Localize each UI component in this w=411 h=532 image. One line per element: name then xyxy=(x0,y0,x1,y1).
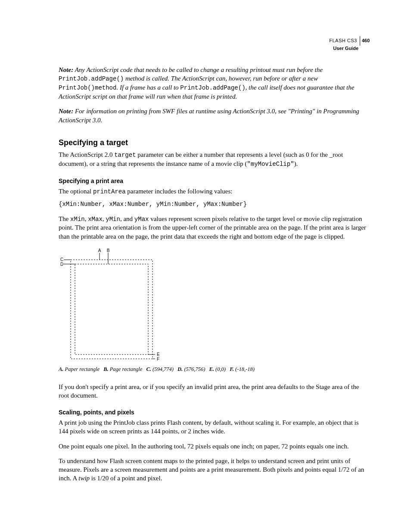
paragraph: A print job using the PrintJob class pri… xyxy=(59,418,370,436)
text: The xyxy=(59,215,70,222)
note-text: method is called. The ActionScript can, … xyxy=(124,75,318,82)
svg-rect-0 xyxy=(71,260,153,359)
diagram-label-e: E xyxy=(157,352,160,357)
paragraph: To understand how Flash screen content m… xyxy=(59,457,370,483)
paragraph: The xMin, xMax, yMin, and yMax values re… xyxy=(59,215,370,241)
paragraph: The ActionScript 2.0 target parameter ca… xyxy=(59,150,370,168)
legend-text: (0,0) xyxy=(215,366,226,372)
inline-code: PrintJob.addPage() xyxy=(59,75,124,82)
legend-label: B. xyxy=(103,366,108,372)
diagram-label-c: C xyxy=(60,257,63,262)
inline-code: target xyxy=(114,152,136,159)
inline-code: PrintJob()method xyxy=(59,84,116,91)
product-name: FLASH CS3 xyxy=(329,38,357,44)
diagram-label-b: B xyxy=(107,248,110,253)
code-block: {xMin:Number, xMax:Number, yMin:Number, … xyxy=(59,200,370,208)
diagram-legend: A. Paper rectangle B. Page rectangle C. … xyxy=(59,366,370,373)
guide-label: User Guide xyxy=(329,46,358,51)
heading-scaling-points-pixels: Scaling, points, and pixels xyxy=(59,408,370,417)
note-text: For information on printing from SWF fil… xyxy=(59,108,359,123)
page: FLASH CS3 460 User Guide Note: Any Actio… xyxy=(0,0,411,532)
heading-specifying-target: Specifying a target xyxy=(59,137,370,148)
page-header: FLASH CS3 460 User Guide xyxy=(329,36,370,51)
inline-code: yMax xyxy=(134,216,149,223)
page-number: 460 xyxy=(362,38,370,44)
inline-code: xMin xyxy=(70,216,85,223)
diagram-label-d: D xyxy=(60,262,63,267)
heading-specifying-print-area: Specifying a print area xyxy=(59,177,370,185)
legend-label: E. xyxy=(209,366,214,372)
text: is 1/20 of a point and pixel. xyxy=(90,475,162,482)
note-text: . If a frame has a call to xyxy=(116,84,180,91)
inline-code: PrintJob.addPage() xyxy=(180,84,245,91)
print-area-diagram: A B C D E F xyxy=(59,247,370,363)
legend-text: Page rectangle xyxy=(110,366,143,372)
diagram-label-a: A xyxy=(98,248,101,253)
text: The ActionScript 2.0 xyxy=(59,151,114,158)
paragraph: If you don't specify a print area, or if… xyxy=(59,383,370,400)
note-2: Note: For information on printing from S… xyxy=(59,107,370,124)
legend-label: A. xyxy=(59,366,63,372)
legend-text: (576,756) xyxy=(184,366,205,372)
svg-rect-1 xyxy=(75,264,148,355)
legend-text: (-18,-18) xyxy=(235,366,255,372)
note-1: Note: Any ActionScript code that needs t… xyxy=(59,65,370,101)
note-text: Any ActionScript code that needs to be c… xyxy=(73,66,323,73)
note-label: Note: xyxy=(59,108,73,115)
text: , and xyxy=(120,215,134,222)
diagram-svg: A B C D E F xyxy=(59,247,162,363)
legend-text: Paper rectangle xyxy=(65,366,100,372)
page-content: Note: Any ActionScript code that needs t… xyxy=(59,65,370,483)
diagram-label-f: F xyxy=(157,357,159,361)
text: The optional xyxy=(59,188,93,195)
text: ). xyxy=(294,160,298,167)
paragraph: One point equals one pixel. In the autho… xyxy=(59,442,370,451)
legend-text: (594,774) xyxy=(153,366,174,372)
inline-code: printArea xyxy=(93,188,126,195)
legend-label: C. xyxy=(146,366,151,372)
emphasis: twip xyxy=(78,475,90,482)
legend-label: D. xyxy=(177,366,183,372)
inline-code: yMin xyxy=(106,216,120,223)
inline-code: "myMovieClip" xyxy=(247,161,294,168)
text: parameter includes the following values: xyxy=(126,188,233,195)
paragraph: The optional printArea parameter include… xyxy=(59,187,370,196)
note-label: Note: xyxy=(59,66,73,73)
legend-label: F. xyxy=(230,366,234,372)
header-divider xyxy=(360,36,360,46)
inline-code: xMax xyxy=(88,216,103,223)
